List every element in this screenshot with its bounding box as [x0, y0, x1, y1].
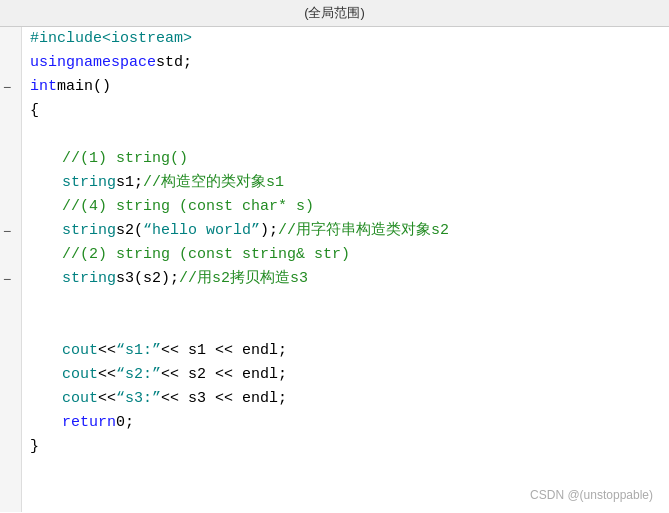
code-token: << s3 << endl;	[161, 387, 287, 411]
code-token: 0;	[116, 411, 134, 435]
code-editor[interactable]: #include<iostream>using namespace std;in…	[22, 27, 669, 512]
code-token: <<	[98, 387, 116, 411]
code-token: “s2:”	[116, 363, 161, 387]
code-token: //用字符串构造类对象s2	[278, 219, 449, 243]
code-line: #include<iostream>	[30, 27, 661, 51]
code-token: //(4) string (const char* s)	[62, 195, 314, 219]
collapse-minus-icon[interactable]: −	[3, 267, 11, 291]
code-token: main()	[57, 75, 111, 99]
code-token: string	[62, 171, 116, 195]
code-token: “hello world”	[143, 219, 260, 243]
code-line: cout << “s2:” << s2 << endl;	[30, 363, 661, 387]
code-line: string s2(“hello world”);//用字符串构造类对象s2	[30, 219, 661, 243]
code-token: );	[260, 219, 278, 243]
code-token: std;	[156, 51, 192, 75]
code-token: {	[30, 99, 39, 123]
code-token: cout	[62, 339, 98, 363]
code-line: cout << “s3:” << s3 << endl;	[30, 387, 661, 411]
code-line	[30, 291, 661, 315]
code-token: return	[62, 411, 116, 435]
collapse-minus-icon[interactable]: −	[3, 75, 11, 99]
code-token: << s2 << endl;	[161, 363, 287, 387]
code-line: string s1;//构造空的类对象s1	[30, 171, 661, 195]
code-token: cout	[62, 363, 98, 387]
code-line: return 0;	[30, 411, 661, 435]
code-token: }	[30, 435, 39, 459]
code-token: “s3:”	[116, 387, 161, 411]
code-line: }	[30, 435, 661, 459]
code-token: namespace	[75, 51, 156, 75]
code-token: string	[62, 267, 116, 291]
collapse-minus-icon[interactable]: −	[3, 219, 11, 243]
code-token: //用s2拷贝构造s3	[179, 267, 308, 291]
code-token: //(2) string (const string& str)	[62, 243, 350, 267]
code-token: <<	[98, 339, 116, 363]
top-bar: (全局范围)	[0, 0, 669, 27]
code-token: string	[62, 219, 116, 243]
code-line: cout << “s1:” << s1 << endl;	[30, 339, 661, 363]
code-token: s1;	[116, 171, 143, 195]
code-line	[30, 315, 661, 339]
code-line: //(2) string (const string& str)	[30, 243, 661, 267]
code-token: <iostream>	[102, 27, 192, 51]
code-line: int main()	[30, 75, 661, 99]
code-token: cout	[62, 387, 98, 411]
code-token: int	[30, 75, 57, 99]
code-token: <<	[98, 363, 116, 387]
line-gutter: −−−	[0, 27, 22, 512]
code-line	[30, 123, 661, 147]
code-token: //(1) string()	[62, 147, 188, 171]
code-line: {	[30, 99, 661, 123]
watermark: CSDN @(unstoppable)	[530, 488, 653, 502]
code-token: #include	[30, 27, 102, 51]
code-line: string s3(s2);//用s2拷贝构造s3	[30, 267, 661, 291]
code-token: using	[30, 51, 75, 75]
top-bar-label: (全局范围)	[304, 5, 365, 20]
code-token: //构造空的类对象s1	[143, 171, 284, 195]
code-token: << s1 << endl;	[161, 339, 287, 363]
code-line: //(4) string (const char* s)	[30, 195, 661, 219]
code-line: //(1) string()	[30, 147, 661, 171]
code-token: “s1:”	[116, 339, 161, 363]
code-token: s3(s2);	[116, 267, 179, 291]
code-token: s2(	[116, 219, 143, 243]
code-line: using namespace std;	[30, 51, 661, 75]
